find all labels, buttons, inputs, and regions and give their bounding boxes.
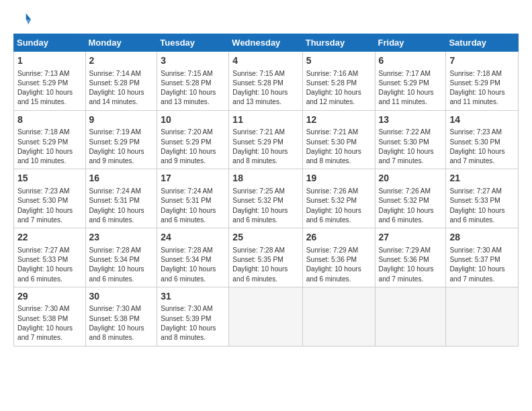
day-info: Sunrise: 7:28 AMSunset: 5:35 PMDaylight:… xyxy=(232,246,298,284)
svg-marker-1 xyxy=(26,19,31,24)
day-number: 1 xyxy=(17,54,82,68)
calendar-cell: 18Sunrise: 7:25 AMSunset: 5:32 PMDayligh… xyxy=(229,169,302,228)
day-number: 7 xyxy=(449,54,515,68)
calendar-cell xyxy=(302,287,375,346)
day-number: 20 xyxy=(379,172,443,185)
day-info: Sunrise: 7:20 AMSunset: 5:29 PMDaylight:… xyxy=(161,128,225,166)
day-info: Sunrise: 7:21 AMSunset: 5:29 PMDaylight:… xyxy=(232,128,298,166)
day-info: Sunrise: 7:29 AMSunset: 5:36 PMDaylight:… xyxy=(306,246,371,284)
col-header-tuesday: Tuesday xyxy=(157,34,229,52)
day-info: Sunrise: 7:30 AMSunset: 5:37 PMDaylight:… xyxy=(449,246,515,284)
day-info: Sunrise: 7:26 AMSunset: 5:32 PMDaylight:… xyxy=(306,187,371,225)
day-number: 28 xyxy=(449,231,515,244)
day-number: 15 xyxy=(17,172,82,185)
day-number: 27 xyxy=(379,231,443,244)
calendar-cell: 9Sunrise: 7:19 AMSunset: 5:29 PMDaylight… xyxy=(85,110,157,169)
day-number: 26 xyxy=(306,231,371,244)
calendar-cell xyxy=(446,287,519,346)
day-info: Sunrise: 7:27 AMSunset: 5:33 PMDaylight:… xyxy=(449,187,515,225)
col-header-wednesday: Wednesday xyxy=(229,34,302,52)
day-number: 2 xyxy=(89,54,154,68)
calendar-table: SundayMondayTuesdayWednesdayThursdayFrid… xyxy=(13,34,519,347)
week-row-3: 15Sunrise: 7:23 AMSunset: 5:30 PMDayligh… xyxy=(14,169,519,228)
calendar-cell xyxy=(375,287,446,346)
calendar-cell: 17Sunrise: 7:24 AMSunset: 5:31 PMDayligh… xyxy=(157,169,229,228)
calendar-cell: 20Sunrise: 7:26 AMSunset: 5:32 PMDayligh… xyxy=(375,169,446,228)
week-row-5: 29Sunrise: 7:30 AMSunset: 5:38 PMDayligh… xyxy=(14,287,519,346)
calendar-cell: 31Sunrise: 7:30 AMSunset: 5:39 PMDayligh… xyxy=(157,287,229,346)
day-number: 3 xyxy=(161,54,225,68)
calendar-cell: 5Sunrise: 7:16 AMSunset: 5:28 PMDaylight… xyxy=(302,52,375,111)
calendar-cell xyxy=(229,287,302,346)
day-number: 6 xyxy=(379,54,443,68)
calendar-cell: 26Sunrise: 7:29 AMSunset: 5:36 PMDayligh… xyxy=(302,228,375,287)
calendar-cell: 15Sunrise: 7:23 AMSunset: 5:30 PMDayligh… xyxy=(14,169,86,228)
calendar-cell: 13Sunrise: 7:22 AMSunset: 5:30 PMDayligh… xyxy=(375,110,446,169)
day-info: Sunrise: 7:15 AMSunset: 5:28 PMDaylight:… xyxy=(232,69,298,107)
day-number: 21 xyxy=(449,172,515,185)
day-info: Sunrise: 7:24 AMSunset: 5:31 PMDaylight:… xyxy=(161,187,225,225)
calendar-cell: 25Sunrise: 7:28 AMSunset: 5:35 PMDayligh… xyxy=(229,228,302,287)
col-header-monday: Monday xyxy=(85,34,157,52)
day-number: 8 xyxy=(17,113,82,127)
day-info: Sunrise: 7:23 AMSunset: 5:30 PMDaylight:… xyxy=(449,128,515,166)
day-info: Sunrise: 7:25 AMSunset: 5:32 PMDaylight:… xyxy=(232,187,298,225)
calendar-cell: 16Sunrise: 7:24 AMSunset: 5:31 PMDayligh… xyxy=(85,169,157,228)
day-info: Sunrise: 7:27 AMSunset: 5:33 PMDaylight:… xyxy=(17,246,82,284)
calendar-cell: 30Sunrise: 7:30 AMSunset: 5:38 PMDayligh… xyxy=(85,287,157,346)
calendar-cell: 27Sunrise: 7:29 AMSunset: 5:36 PMDayligh… xyxy=(375,228,446,287)
day-number: 31 xyxy=(161,290,225,304)
week-row-2: 8Sunrise: 7:18 AMSunset: 5:29 PMDaylight… xyxy=(14,110,519,169)
day-info: Sunrise: 7:17 AMSunset: 5:29 PMDaylight:… xyxy=(379,69,443,107)
day-number: 22 xyxy=(17,231,82,244)
day-number: 17 xyxy=(161,172,225,185)
day-number: 13 xyxy=(379,113,443,127)
day-info: Sunrise: 7:23 AMSunset: 5:30 PMDaylight:… xyxy=(17,187,82,225)
calendar-cell: 22Sunrise: 7:27 AMSunset: 5:33 PMDayligh… xyxy=(14,228,86,287)
day-info: Sunrise: 7:18 AMSunset: 5:29 PMDaylight:… xyxy=(449,69,515,107)
calendar-cell: 3Sunrise: 7:15 AMSunset: 5:28 PMDaylight… xyxy=(157,52,229,111)
day-info: Sunrise: 7:29 AMSunset: 5:36 PMDaylight:… xyxy=(379,246,443,284)
day-info: Sunrise: 7:16 AMSunset: 5:28 PMDaylight:… xyxy=(306,69,371,107)
day-info: Sunrise: 7:30 AMSunset: 5:39 PMDaylight:… xyxy=(161,304,225,342)
calendar-cell: 21Sunrise: 7:27 AMSunset: 5:33 PMDayligh… xyxy=(446,169,519,228)
col-header-saturday: Saturday xyxy=(446,34,519,52)
day-number: 16 xyxy=(89,172,154,185)
day-number: 30 xyxy=(89,290,154,304)
calendar-container: SundayMondayTuesdayWednesdayThursdayFrid… xyxy=(0,0,532,353)
day-info: Sunrise: 7:22 AMSunset: 5:30 PMDaylight:… xyxy=(379,128,443,166)
day-number: 29 xyxy=(17,290,82,304)
calendar-cell: 10Sunrise: 7:20 AMSunset: 5:29 PMDayligh… xyxy=(157,110,229,169)
calendar-cell: 1Sunrise: 7:13 AMSunset: 5:29 PMDaylight… xyxy=(14,52,86,111)
day-info: Sunrise: 7:30 AMSunset: 5:38 PMDaylight:… xyxy=(17,304,82,342)
day-number: 25 xyxy=(232,231,298,244)
calendar-cell: 7Sunrise: 7:18 AMSunset: 5:29 PMDaylight… xyxy=(446,52,519,111)
calendar-cell: 29Sunrise: 7:30 AMSunset: 5:38 PMDayligh… xyxy=(14,287,86,346)
col-header-thursday: Thursday xyxy=(302,34,375,52)
day-info: Sunrise: 7:21 AMSunset: 5:30 PMDaylight:… xyxy=(306,128,371,166)
day-info: Sunrise: 7:18 AMSunset: 5:29 PMDaylight:… xyxy=(17,128,82,166)
week-row-1: 1Sunrise: 7:13 AMSunset: 5:29 PMDaylight… xyxy=(14,52,519,111)
calendar-cell: 6Sunrise: 7:17 AMSunset: 5:29 PMDaylight… xyxy=(375,52,446,111)
day-number: 24 xyxy=(161,231,225,244)
calendar-cell: 28Sunrise: 7:30 AMSunset: 5:37 PMDayligh… xyxy=(446,228,519,287)
svg-marker-0 xyxy=(26,13,31,19)
col-header-friday: Friday xyxy=(375,34,446,52)
calendar-cell: 4Sunrise: 7:15 AMSunset: 5:28 PMDaylight… xyxy=(229,52,302,111)
day-number: 10 xyxy=(161,113,225,127)
calendar-cell: 8Sunrise: 7:18 AMSunset: 5:29 PMDaylight… xyxy=(14,110,86,169)
calendar-cell: 23Sunrise: 7:28 AMSunset: 5:34 PMDayligh… xyxy=(85,228,157,287)
logo xyxy=(13,11,35,30)
day-info: Sunrise: 7:19 AMSunset: 5:29 PMDaylight:… xyxy=(89,128,154,166)
day-number: 9 xyxy=(89,113,154,127)
day-info: Sunrise: 7:14 AMSunset: 5:28 PMDaylight:… xyxy=(89,69,154,107)
header-area xyxy=(13,11,519,30)
calendar-cell: 11Sunrise: 7:21 AMSunset: 5:29 PMDayligh… xyxy=(229,110,302,169)
week-row-4: 22Sunrise: 7:27 AMSunset: 5:33 PMDayligh… xyxy=(14,228,519,287)
col-header-sunday: Sunday xyxy=(14,34,86,52)
calendar-cell: 12Sunrise: 7:21 AMSunset: 5:30 PMDayligh… xyxy=(302,110,375,169)
day-info: Sunrise: 7:24 AMSunset: 5:31 PMDaylight:… xyxy=(89,187,154,225)
day-number: 23 xyxy=(89,231,154,244)
calendar-cell: 24Sunrise: 7:28 AMSunset: 5:34 PMDayligh… xyxy=(157,228,229,287)
day-number: 4 xyxy=(232,54,298,68)
